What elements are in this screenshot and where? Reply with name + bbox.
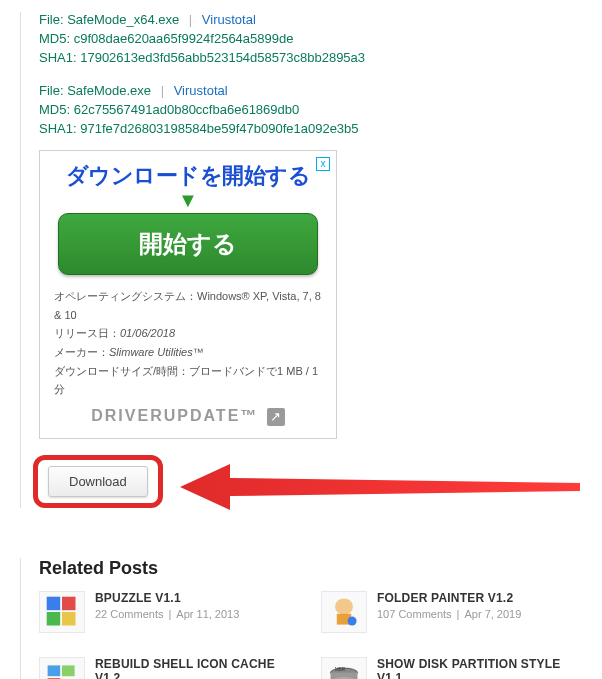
post-thumbnail: MBRGPT [321, 657, 367, 679]
post-thumbnail [39, 657, 85, 679]
post-thumbnail [321, 591, 367, 633]
svg-point-7 [348, 616, 357, 625]
file-label: File: [39, 83, 64, 98]
file-block: File: SafeMode_x64.exe | Virustotal MD5:… [39, 12, 582, 65]
svg-text:MBR: MBR [335, 667, 346, 672]
related-post[interactable]: REBUILD SHELL ICON CACHE V1.2 10 Comment… [39, 657, 291, 679]
related-post[interactable]: FOLDER PAINTER V1.2 107 Comments|Apr 7, … [321, 591, 573, 633]
post-title: REBUILD SHELL ICON CACHE V1.2 [95, 657, 291, 679]
svg-rect-8 [48, 665, 61, 676]
virustotal-link[interactable]: Virustotal [174, 83, 228, 98]
related-posts-grid: BPUZZLE V1.1 22 Comments|Apr 11, 2013 FO… [39, 591, 582, 679]
md5-value: c9f08dae620aa65f9924f2564a5899de [74, 31, 294, 46]
sha1-label: SHA1: [39, 50, 77, 65]
file-block: File: SafeMode.exe | Virustotal MD5: 62c… [39, 83, 582, 136]
svg-marker-0 [180, 464, 580, 510]
annotation-arrow [20, 452, 582, 522]
ad-start-button[interactable]: 開始する [58, 213, 318, 275]
post-date: Apr 11, 2013 [176, 608, 239, 620]
sha1-value: 17902613ed3fd56abb523154d58573c8bb2895a3 [80, 50, 365, 65]
ad-brand: DRIVERUPDATE™ ↗ [54, 407, 322, 426]
post-title: FOLDER PAINTER V1.2 [377, 591, 521, 605]
ad-banner[interactable]: x ダウンロードを開始する ▼ 開始する オペレーティングシステム：Window… [39, 150, 337, 439]
virustotal-link[interactable]: Virustotal [202, 12, 256, 27]
related-post[interactable]: MBRGPT SHOW DISK PARTITION STYLE V1.1 9 … [321, 657, 573, 679]
post-thumbnail [39, 591, 85, 633]
svg-rect-2 [62, 597, 76, 611]
external-link-icon: ↗ [267, 408, 285, 426]
close-icon[interactable]: x [316, 157, 330, 171]
file-name: SafeMode_x64.exe [67, 12, 179, 27]
related-post[interactable]: BPUZZLE V1.1 22 Comments|Apr 11, 2013 [39, 591, 291, 633]
separator: | [155, 83, 170, 98]
svg-rect-9 [62, 665, 75, 676]
post-comments: 107 Comments [377, 608, 452, 620]
md5-value: 62c75567491ad0b80ccfba6e61869db0 [74, 102, 300, 117]
md5-label: MD5: [39, 31, 70, 46]
triangle-down-icon: ▼ [54, 193, 322, 207]
post-title: SHOW DISK PARTITION STYLE V1.1 [377, 657, 573, 679]
separator: | [183, 12, 198, 27]
md5-label: MD5: [39, 102, 70, 117]
ad-meta: オペレーティングシステム：Windows® XP, Vista, 7, 8 & … [54, 287, 322, 399]
ad-headline: ダウンロードを開始する [54, 161, 322, 191]
post-date: Apr 7, 2019 [464, 608, 521, 620]
sha1-value: 971fe7d26803198584be59f47b090fe1a092e3b5 [80, 121, 358, 136]
post-title: BPUZZLE V1.1 [95, 591, 239, 605]
post-comments: 22 Comments [95, 608, 163, 620]
file-name: SafeMode.exe [67, 83, 151, 98]
related-posts-heading: Related Posts [39, 558, 582, 579]
svg-rect-3 [47, 612, 61, 626]
file-label: File: [39, 12, 64, 27]
svg-point-5 [335, 598, 353, 614]
svg-rect-4 [62, 612, 76, 626]
sha1-label: SHA1: [39, 121, 77, 136]
svg-rect-1 [47, 597, 61, 611]
